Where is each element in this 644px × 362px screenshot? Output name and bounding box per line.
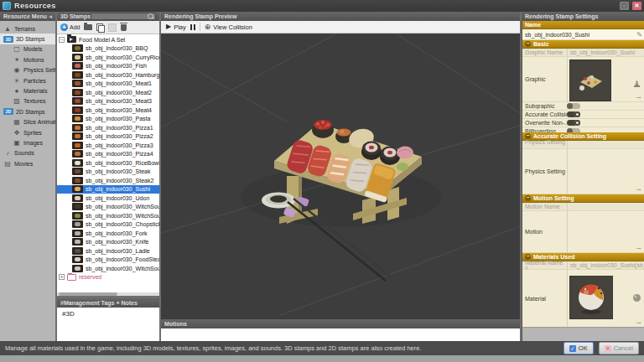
stamp-list-item[interactable]: sb_obj_indoor030_CurryRice xyxy=(57,53,159,62)
resource-menu-item[interactable]: ▢ Models xyxy=(0,44,55,54)
new-folder-button[interactable] xyxy=(84,24,92,30)
add-button[interactable]: + Add xyxy=(60,23,80,31)
preview-viewport[interactable] xyxy=(161,34,520,319)
stamp-list-item[interactable]: sb_obj_indoor030_Meat4 xyxy=(57,106,159,115)
resource-menu-item[interactable]: ▣ Images xyxy=(0,137,55,147)
edit-pencil-icon[interactable]: ✎ xyxy=(636,31,642,39)
stamp-list-item[interactable]: sb_obj_indoor030_Pasta xyxy=(57,115,159,124)
play-button[interactable]: ▶ Play xyxy=(166,23,186,31)
stamp-list-item[interactable]: sb_obj_indoor030_Pizza1 xyxy=(57,123,159,132)
duplicate-button[interactable] xyxy=(96,23,104,31)
tree-folder-row[interactable]: − Food Model A Set xyxy=(57,35,159,44)
stamp-thumbnail-icon xyxy=(72,230,83,237)
toggle-switch[interactable] xyxy=(567,103,580,109)
toggle-switch[interactable] xyxy=(567,111,580,117)
stamp-list-item[interactable]: sb_obj_indoor030_Meat3 xyxy=(57,97,159,106)
stamp-list-item[interactable]: sb_obj_indoor030_FoodSteam xyxy=(57,256,159,265)
resource-menu-item[interactable]: ▲ Terrains xyxy=(0,23,55,34)
stamp-list-item[interactable]: sb_obj_indoor030_Sushi xyxy=(57,185,159,194)
material-preview-thumbnail[interactable] xyxy=(569,276,613,319)
reserved-folder-label: reserved xyxy=(79,274,101,280)
stamp-item-label: sb_obj_indoor030_Fork xyxy=(86,230,148,236)
stamp-list-item[interactable]: sb_obj_indoor030_Steak xyxy=(57,168,159,177)
collapse-section-icon[interactable]: − xyxy=(525,41,531,47)
stamp-list-item[interactable]: sb_obj_indoor030_Ladle xyxy=(57,246,159,256)
motion-detail-arrow[interactable]: → xyxy=(635,244,642,251)
stamp-list-item[interactable]: sb_obj_indoor030_Udon xyxy=(57,194,159,203)
pause-button[interactable] xyxy=(190,24,195,30)
resource-menu-item[interactable]: ◉ Physics Settings xyxy=(0,65,55,75)
horizontal-scrollbar[interactable] xyxy=(57,292,159,296)
graphic-detail-arrow[interactable]: → xyxy=(635,93,642,100)
window-titlebar[interactable]: Resources ▢ ✕ xyxy=(0,0,644,12)
resource-menu-item[interactable]: ● Materials xyxy=(0,85,55,96)
cancel-button[interactable]: ✕ Cancel xyxy=(599,342,639,354)
resource-menu-item[interactable]: 2D 2D Stamps xyxy=(0,106,55,116)
app-icon xyxy=(3,2,11,10)
stamp-list-item[interactable]: sb_obj_indoor030_Fork xyxy=(57,229,159,238)
resource-menu-item[interactable]: ✳ Particles xyxy=(0,75,55,85)
tags-value: #3D xyxy=(62,310,75,318)
material-detail-arrow[interactable]: → xyxy=(635,318,642,325)
stamp-list-item[interactable]: sb_obj_indoor030_WitchSoup_Bub xyxy=(57,264,159,273)
resource-menu-item[interactable]: ▦ Slice Animation xyxy=(0,117,55,127)
resource-menu-item-label: Slice Animation xyxy=(23,119,55,125)
toggle-switch[interactable] xyxy=(567,120,580,126)
physics-detail-arrow[interactable]: → xyxy=(635,185,642,192)
stamp-list-item[interactable]: sb_obj_indoor030_WitchSoup2 xyxy=(57,211,159,220)
scrollbar-thumb[interactable] xyxy=(59,292,117,296)
resource-menu-item[interactable]: ▨ Textures xyxy=(0,96,55,106)
search-input[interactable] xyxy=(91,13,156,20)
stamp-list-item[interactable]: sb_obj_indoor030_Fish xyxy=(57,62,159,71)
tree-expand-icon[interactable]: + xyxy=(59,274,65,280)
delete-button[interactable] xyxy=(121,24,127,31)
resource-menu-item[interactable]: ▤ Movies xyxy=(0,158,55,168)
resource-menu-item[interactable]: ♪ Sounds xyxy=(0,148,55,158)
restore-button[interactable]: ▢ xyxy=(620,2,629,10)
stamp-list-item[interactable]: sb_obj_indoor030_Meat2 xyxy=(57,88,159,97)
settings-body: Name sb_obj_indoor030_Sushi ✎ − Basic Gr… xyxy=(522,21,644,341)
ok-button[interactable]: ✓ OK xyxy=(564,342,594,354)
collapse-section-icon[interactable]: − xyxy=(525,195,531,201)
tree-collapse-icon[interactable]: − xyxy=(59,37,65,43)
stamp-list-item[interactable]: sb_obj_indoor030_Pizza4 xyxy=(57,150,159,159)
stamp-list-item[interactable]: sb_obj_indoor030_BBQ xyxy=(57,44,159,54)
stamp-tool-icon[interactable] xyxy=(632,79,641,89)
graphic-name-value: sb_obj_indoor030_Sushi xyxy=(567,49,644,56)
graphic-preview-cell[interactable]: → xyxy=(567,57,644,101)
material-sphere-tool-icon[interactable] xyxy=(632,293,641,303)
motion-cell[interactable]: → xyxy=(567,211,644,252)
name-input[interactable]: sb_obj_indoor030_Sushi ✎ xyxy=(522,29,644,40)
stamp-list-item[interactable]: sb_obj_indoor030_WitchSoup xyxy=(57,203,159,212)
collapse-sidebar-icon[interactable]: ◂ xyxy=(49,13,52,20)
stamp-list-item[interactable]: sb_obj_indoor030_Knife xyxy=(57,238,159,247)
resource-menu-item[interactable]: ✶ Motions xyxy=(0,54,55,65)
motion-section-header[interactable]: − Motion Setting xyxy=(522,194,644,203)
stamp-item-label: sb_obj_indoor030_Fish xyxy=(86,63,147,69)
resource-menu-item[interactable]: 3D 3D Stamps xyxy=(0,34,55,44)
view-collision-button[interactable]: ⊕ View Collision xyxy=(205,23,252,31)
stamp-list-item[interactable]: sb_obj_indoor030_Meat1 xyxy=(57,80,159,89)
physics-setting-cell[interactable]: → xyxy=(567,149,644,194)
close-button[interactable]: ✕ xyxy=(632,2,641,10)
material-label: Material xyxy=(522,270,567,327)
basic-section-header[interactable]: − Basic xyxy=(522,40,644,49)
stamp-thumbnail-icon xyxy=(72,71,83,79)
tree-reserved-row[interactable]: + reserved xyxy=(57,273,159,282)
stamp-list-item[interactable]: sb_obj_indoor030_HamburgStake xyxy=(57,70,159,80)
tags-notes-area[interactable]: #3D xyxy=(57,308,159,341)
play-label: Play xyxy=(174,23,186,31)
stamp-item-label: sb_obj_indoor030_Meat2 xyxy=(86,90,152,96)
resource-menu-item-icon: ▨ xyxy=(13,97,21,105)
stamp-list-item[interactable]: sb_obj_indoor030_Chopsticks xyxy=(57,220,159,230)
stamp-list-item[interactable]: sb_obj_indoor030_RiceBowl xyxy=(57,158,159,168)
resource-menu-item[interactable]: ❖ Sprites xyxy=(0,127,55,137)
stamp-list-item[interactable]: sb_obj_indoor030_Pizza3 xyxy=(57,141,159,150)
stamp-list-item[interactable]: sb_obj_indoor030_Steak2 xyxy=(57,176,159,185)
motion-row: Motion → xyxy=(522,211,644,253)
graphic-preview-thumbnail[interactable] xyxy=(569,59,611,101)
physics-setting-label: Physics Setting xyxy=(522,149,567,194)
motions-list-area[interactable] xyxy=(161,328,520,341)
material-preview-cell[interactable]: → xyxy=(567,270,644,327)
stamp-list-item[interactable]: sb_obj_indoor030_Pizza2 xyxy=(57,132,159,142)
